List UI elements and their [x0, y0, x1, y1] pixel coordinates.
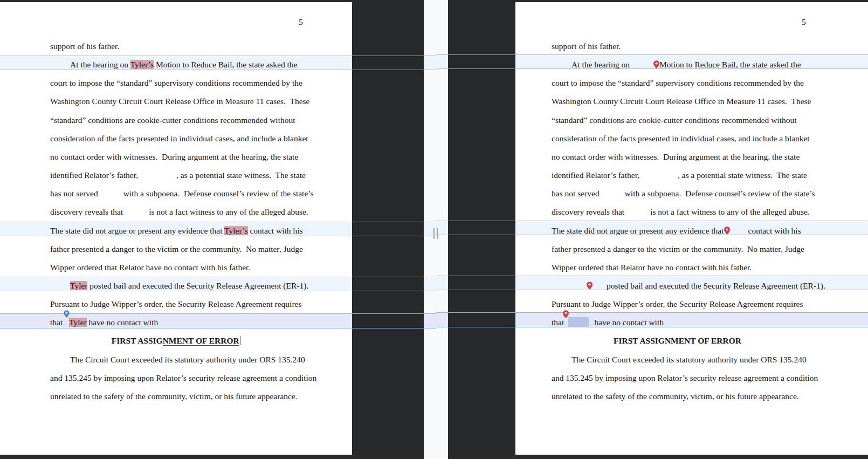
document-line: consideration of the facts presented in … — [552, 133, 810, 144]
document-line: Wipper ordered that Relator have no cont… — [552, 262, 752, 273]
page-number: 5 — [802, 17, 806, 28]
document-line: that Tyler have no contact with — [50, 317, 158, 328]
document-line: FIRST ASSIGNMENT OF ERROR — [50, 335, 302, 346]
document-line: court to impose the “standard” superviso… — [552, 78, 804, 88]
line-text: At the hearing on — [70, 60, 130, 69]
line-text: have no contact with — [87, 318, 159, 327]
line-text: with a subpoena. Defense counsel’s revie… — [123, 189, 314, 198]
line-text: “standard” conditions are cookie-cutter … — [552, 115, 797, 125]
line-text: Washington County Circuit Court Release … — [50, 97, 309, 106]
line-text: , as a potential state witness. The stat… — [678, 170, 807, 180]
line-text: FIRST ASSIGNMENT OF ERROR — [614, 336, 741, 345]
document-line: father presented a danger to the victim … — [50, 244, 303, 255]
document-line: support of his father. — [552, 41, 621, 52]
document-line: Washington County Circuit Court Release … — [552, 96, 811, 107]
document-line: father presented a danger to the victim … — [552, 244, 804, 255]
name-highlight[interactable]: Tyler — [69, 318, 86, 327]
name-highlight[interactable]: Tyler’s — [130, 60, 154, 69]
line-text: The state did not argue or present any e… — [50, 226, 224, 235]
map-pin-icon[interactable] — [587, 280, 593, 291]
document-line: The Circuit Court exceeded its statutory… — [571, 354, 807, 365]
line-text: has not served — [50, 189, 98, 198]
line-text: consideration of the facts presented in … — [552, 134, 810, 143]
underlined-heading-text: NMENT OF ERROR — [163, 336, 239, 346]
line-text: that — [552, 318, 564, 327]
redaction-box[interactable] — [568, 317, 589, 327]
line-text: posted bail and executed the Security Re… — [607, 281, 825, 290]
line-text: have no contact with — [594, 318, 664, 327]
line-text: identified Relator’s father, — [552, 170, 639, 180]
document-line: no contact order with witnesses. During … — [50, 152, 298, 162]
line-text: is not a fact witness to any of the alle… — [650, 207, 810, 216]
document-line: Pursuant to Judge Wipper’s order, the Se… — [50, 299, 302, 310]
name-highlight[interactable]: Tyler — [70, 281, 87, 290]
line-text: court to impose the “standard” superviso… — [50, 78, 302, 87]
line-text: discovery reveals that — [552, 207, 624, 216]
document-line: The Circuit Court exceeded its statutory… — [70, 354, 305, 365]
document-line: thathave no contact with — [552, 317, 664, 328]
line-text: that — [50, 318, 65, 327]
line-text: , as a potential state witness. The stat… — [176, 170, 306, 180]
line-text: At the hearing on — [571, 60, 630, 69]
right-page-text: support of his father.At the hearing onM… — [515, 0, 868, 459]
document-line: has not servedwith a subpoena. Defense c… — [552, 188, 815, 199]
splitter-handle-icon[interactable] — [433, 228, 438, 239]
document-line: consideration of the facts presented in … — [50, 133, 308, 144]
document-line: “standard” conditions are cookie-cutter … — [552, 115, 797, 126]
document-line: has not servedwith a subpoena. Defense c… — [50, 188, 314, 199]
document-line: Wipper ordered that Relator have no cont… — [50, 262, 250, 273]
page-number: 5 — [299, 17, 303, 28]
document-line: identified Relator’s father,, as a poten… — [50, 170, 306, 181]
line-text: unrelated to the safety of the community… — [50, 392, 298, 401]
document-line: Tyler posted bail and executed the Secur… — [70, 280, 308, 291]
line-text: support of his father. — [552, 42, 621, 51]
document-line: posted bail and executed the Security Re… — [571, 280, 825, 291]
line-text: posted bail and executed the Security Re… — [87, 281, 308, 290]
line-text: and 135.245 by imposing upon Relator’s s… — [50, 373, 316, 382]
document-line: At the hearing onMotion to Reduce Bail, … — [571, 59, 801, 70]
document-line: The state did not argue or present any e… — [50, 225, 303, 236]
line-text: consideration of the facts presented in … — [50, 134, 308, 143]
line-text: The Circuit Court exceeded its statutory… — [70, 355, 305, 364]
line-text: Pursuant to Judge Wipper’s order, the Se… — [50, 299, 302, 309]
text-cursor — [240, 336, 241, 345]
line-text: Pursuant to Judge Wipper’s order, the Se… — [552, 299, 803, 309]
line-text: no contact order with witnesses. During … — [552, 152, 800, 161]
line-text: The state did not argue or present any e… — [552, 226, 724, 235]
line-text: no contact order with witnesses. During … — [50, 152, 298, 161]
document-line: court to impose the “standard” superviso… — [50, 78, 302, 88]
line-text: Washington County Circuit Court Release … — [552, 97, 811, 106]
line-text: father presented a danger to the victim … — [552, 244, 804, 254]
document-line: identified Relator’s father,, as a poten… — [552, 170, 807, 181]
line-text: and 135.245 by imposing upon Relator’s s… — [552, 373, 818, 382]
document-line: no contact order with witnesses. During … — [552, 152, 800, 162]
line-text: with a subpoena. Defense counsel’s revie… — [625, 189, 815, 198]
document-line: unrelated to the safety of the community… — [552, 391, 799, 402]
document-line: discovery reveals thatis not a fact witn… — [50, 207, 308, 217]
line-text: Wipper ordered that Relator have no cont… — [50, 263, 250, 272]
line-text: Motion to Reduce Bail, the state asked t… — [154, 60, 297, 69]
document-line: Pursuant to Judge Wipper’s order, the Se… — [552, 299, 803, 310]
line-text: Wipper ordered that Relator have no cont… — [552, 263, 752, 272]
line-text: court to impose the “standard” superviso… — [552, 78, 804, 87]
document-line: discovery reveals thatis not a fact witn… — [552, 207, 810, 217]
line-text: FIRST ASSIG — [112, 336, 163, 345]
map-pin-icon[interactable] — [724, 225, 730, 236]
document-line: FIRST ASSIGNMENT OF ERROR — [552, 335, 803, 346]
line-text: discovery reveals that — [50, 207, 123, 216]
map-pin-icon[interactable] — [653, 59, 659, 70]
document-line: At the hearing on Tyler’s Motion to Redu… — [70, 59, 298, 70]
document-line: Washington County Circuit Court Release … — [50, 96, 309, 107]
line-text: “standard” conditions are cookie-cutter … — [50, 115, 295, 125]
line-text: contact with his — [248, 226, 303, 235]
name-highlight[interactable]: Tyler’s — [224, 226, 247, 235]
document-line: and 135.245 by imposing upon Relator’s s… — [50, 373, 316, 383]
line-text: identified Relator’s father, — [50, 170, 138, 180]
line-text: father presented a danger to the victim … — [50, 244, 303, 254]
document-line: unrelated to the safety of the community… — [50, 391, 298, 402]
document-line: support of his father. — [50, 41, 119, 52]
line-text: The Circuit Court exceeded its statutory… — [571, 355, 807, 364]
line-text: has not served — [552, 189, 600, 198]
document-line: and 135.245 by imposing upon Relator’s s… — [552, 373, 818, 383]
document-line: The state did not argue or present any e… — [552, 225, 801, 236]
